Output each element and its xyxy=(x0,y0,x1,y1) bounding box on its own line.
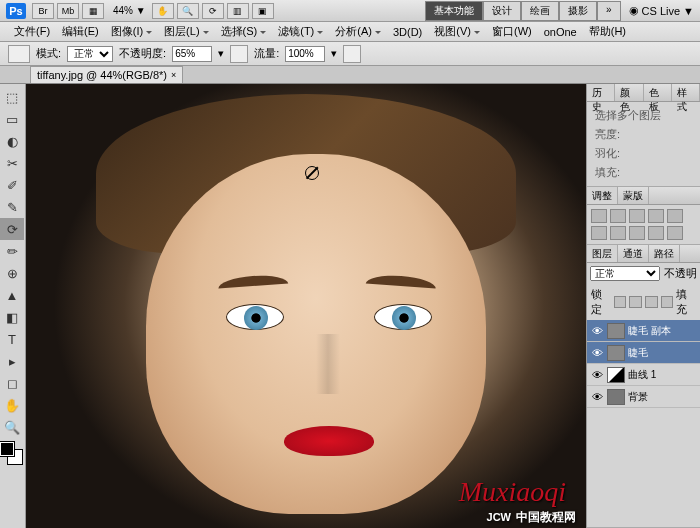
eraser-tool[interactable]: ⊕ xyxy=(0,262,24,284)
tab-swatches[interactable]: 色板 xyxy=(644,84,672,101)
lock-position-icon[interactable] xyxy=(645,296,658,308)
eyedropper-tool[interactable]: ✐ xyxy=(0,174,24,196)
adj-icon[interactable] xyxy=(610,226,626,240)
foreground-color[interactable] xyxy=(0,442,14,456)
current-tool-indicator[interactable] xyxy=(8,45,30,63)
layers-list: 👁 睫毛 副本 👁 睫毛 👁 曲线 1 👁 背景 xyxy=(587,320,700,408)
menu-3d[interactable]: 3D(D) xyxy=(387,24,428,40)
marquee-tool[interactable]: ▭ xyxy=(0,108,24,130)
adj-icon[interactable] xyxy=(629,226,645,240)
zoom-tool[interactable]: 🔍 xyxy=(0,416,24,438)
tab-styles[interactable]: 样式 xyxy=(672,84,700,101)
visibility-icon[interactable]: 👁 xyxy=(590,391,604,403)
layer-name[interactable]: 睫毛 xyxy=(628,346,697,360)
tab-adjustments[interactable]: 调整 xyxy=(587,187,618,204)
layer-thumbnail[interactable] xyxy=(607,389,625,405)
blend-mode-select[interactable]: 正常 xyxy=(67,46,113,62)
flow-input[interactable] xyxy=(285,46,325,62)
color-swatches[interactable] xyxy=(0,442,22,464)
options-bar: 模式: 正常 不透明度: ▾ 流量: ▾ xyxy=(0,42,700,66)
artist-watermark: Muxiaoqi xyxy=(459,476,566,508)
healing-tool[interactable]: ✎ xyxy=(0,196,24,218)
menu-window[interactable]: 窗口(W) xyxy=(486,22,538,41)
lasso-tool[interactable]: ◐ xyxy=(0,130,24,152)
cslive-button[interactable]: ◉ CS Live ▼ xyxy=(629,4,694,17)
layer-thumbnail[interactable] xyxy=(607,323,625,339)
layer-name[interactable]: 睫毛 副本 xyxy=(628,324,697,338)
rotate-icon[interactable]: ⟳ xyxy=(202,3,224,19)
zoom-icon[interactable]: 🔍 xyxy=(177,3,199,19)
hand-icon[interactable]: ✋ xyxy=(152,3,174,19)
pressure-opacity-icon[interactable] xyxy=(230,45,248,63)
app-logo: Ps xyxy=(6,3,26,19)
workspace-design[interactable]: 设计 xyxy=(483,1,521,21)
layer-name[interactable]: 背景 xyxy=(628,390,697,404)
workspace-basic[interactable]: 基本功能 xyxy=(425,1,483,21)
opacity-input[interactable] xyxy=(172,46,212,62)
layer-row[interactable]: 👁 背景 xyxy=(587,386,700,408)
document-tab[interactable]: tiffany.jpg @ 44%(RGB/8*) × xyxy=(30,66,183,83)
adj-icon[interactable] xyxy=(591,209,607,223)
adj-icon[interactable] xyxy=(629,209,645,223)
menu-filter[interactable]: 滤镜(T) xyxy=(272,22,329,41)
move-tool[interactable]: ⬚ xyxy=(0,86,24,108)
workspace-photography[interactable]: 摄影 xyxy=(559,1,597,21)
grid-icon[interactable]: ▦ xyxy=(82,3,104,19)
tab-masks[interactable]: 蒙版 xyxy=(618,187,649,204)
menu-onone[interactable]: onOne xyxy=(538,24,583,40)
layer-row[interactable]: 👁 睫毛 副本 xyxy=(587,320,700,342)
tab-channels[interactable]: 通道 xyxy=(618,245,649,262)
gradient-tool[interactable]: ▲ xyxy=(0,284,24,306)
adj-icon[interactable] xyxy=(591,226,607,240)
visibility-icon[interactable]: 👁 xyxy=(590,369,604,381)
lock-all-icon[interactable] xyxy=(661,296,674,308)
hand-tool[interactable]: ✋ xyxy=(0,394,24,416)
tab-close-icon[interactable]: × xyxy=(171,70,176,80)
tab-color[interactable]: 颜色 xyxy=(615,84,643,101)
shape-tool[interactable]: ◻ xyxy=(0,372,24,394)
arrange-icon[interactable]: ▥ xyxy=(227,3,249,19)
zoom-level[interactable]: 44% ▼ xyxy=(113,5,146,16)
adj-icon[interactable] xyxy=(610,209,626,223)
layer-name[interactable]: 曲线 1 xyxy=(628,368,697,382)
lock-transparent-icon[interactable] xyxy=(614,296,627,308)
opacity-dropdown-icon[interactable]: ▾ xyxy=(218,47,224,60)
workspace-painting[interactable]: 绘画 xyxy=(521,1,559,21)
pen-tool[interactable]: ▸ xyxy=(0,350,24,372)
adj-icon[interactable] xyxy=(667,226,683,240)
adj-icon[interactable] xyxy=(648,226,664,240)
layer-row[interactable]: 👁 曲线 1 xyxy=(587,364,700,386)
tab-history[interactable]: 历史 xyxy=(587,84,615,101)
layer-thumbnail[interactable] xyxy=(607,367,625,383)
visibility-icon[interactable]: 👁 xyxy=(590,325,604,337)
menu-file[interactable]: 文件(F) xyxy=(8,22,56,41)
menu-help[interactable]: 帮助(H) xyxy=(583,22,632,41)
dodge-tool[interactable]: ◧ xyxy=(0,306,24,328)
menu-image[interactable]: 图像(I) xyxy=(105,22,158,41)
tab-paths[interactable]: 路径 xyxy=(649,245,680,262)
lock-pixels-icon[interactable] xyxy=(629,296,642,308)
menu-select[interactable]: 选择(S) xyxy=(215,22,273,41)
type-tool[interactable]: T xyxy=(0,328,24,350)
crop-tool[interactable]: ✂ xyxy=(0,152,24,174)
layer-thumbnail[interactable] xyxy=(607,345,625,361)
brush-tool[interactable]: ⟳ xyxy=(0,218,24,240)
menu-analysis[interactable]: 分析(A) xyxy=(329,22,387,41)
menu-edit[interactable]: 编辑(E) xyxy=(56,22,105,41)
visibility-icon[interactable]: 👁 xyxy=(590,347,604,359)
mb-icon[interactable]: Mb xyxy=(57,3,79,19)
flow-dropdown-icon[interactable]: ▾ xyxy=(331,47,337,60)
layer-row[interactable]: 👁 睫毛 xyxy=(587,342,700,364)
screen-mode-icon[interactable]: ▣ xyxy=(252,3,274,19)
bridge-icon[interactable]: Br xyxy=(32,3,54,19)
adj-icon[interactable] xyxy=(648,209,664,223)
stamp-tool[interactable]: ✏ xyxy=(0,240,24,262)
airbrush-icon[interactable] xyxy=(343,45,361,63)
workspace-more[interactable]: » xyxy=(597,1,621,21)
menu-layer[interactable]: 图层(L) xyxy=(158,22,214,41)
tab-layers[interactable]: 图层 xyxy=(587,245,618,262)
menu-view[interactable]: 视图(V) xyxy=(428,22,486,41)
adj-icon[interactable] xyxy=(667,209,683,223)
layer-blend-mode[interactable]: 正常 xyxy=(590,266,660,281)
canvas[interactable]: Muxiaoqi JCW 中国教程网 xyxy=(26,84,586,528)
